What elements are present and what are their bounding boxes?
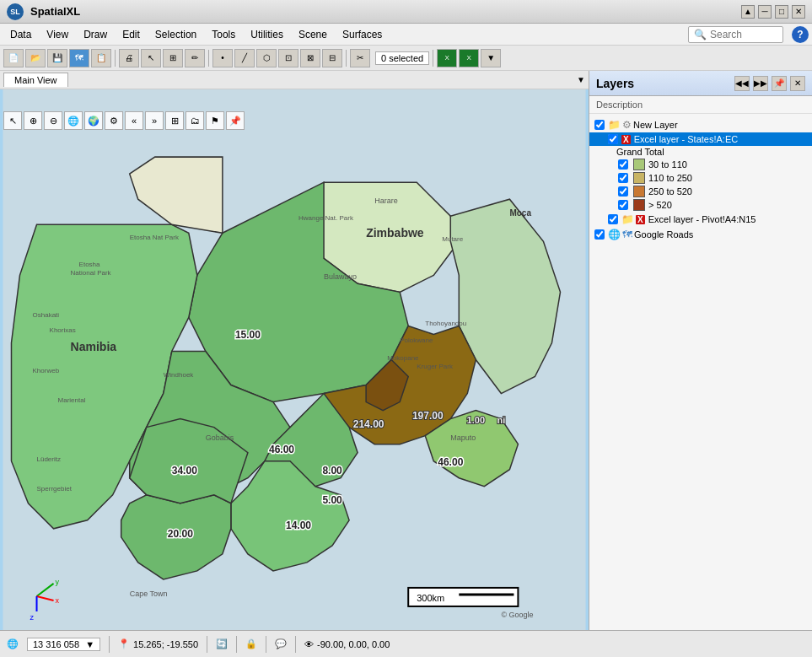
tb-sep-2 xyxy=(208,50,209,67)
xy-coords-item: 📍 15.265; -19.550 xyxy=(118,638,198,649)
tb-btn-poly[interactable]: ⬡ xyxy=(256,49,277,67)
prev-btn[interactable]: « xyxy=(125,111,143,130)
svg-text:Harare: Harare xyxy=(374,197,398,205)
selected-count-badge: 0 selected xyxy=(375,51,429,65)
pin-btn[interactable]: 📌 xyxy=(226,111,245,130)
layers-back-btn[interactable]: ◀◀ xyxy=(734,76,750,91)
tb-btn-cursor[interactable]: ↖ xyxy=(141,49,161,67)
layers-fwd-btn[interactable]: ▶▶ xyxy=(753,76,768,91)
close-btn[interactable]: ✕ xyxy=(792,5,805,19)
main-content: Main View ▼ ↖ ⊕ ⊖ 🌐 🌍 ⚙ « » ⊞ 🗂 ⚑ 📌 xyxy=(0,71,812,630)
globe-status-icon: 🌐 xyxy=(7,638,19,649)
restore-btn[interactable]: □ xyxy=(775,5,788,19)
tab-close-btn[interactable]: ▼ xyxy=(577,75,585,84)
legend-check-250-520[interactable] xyxy=(618,186,628,197)
layer-item-google-roads[interactable]: 🌐 🗺 Google Roads xyxy=(589,227,812,242)
layer-btn[interactable]: 🗂 xyxy=(186,111,204,130)
legend-item-gt-520: > 520 xyxy=(589,198,812,212)
main-view-tab[interactable]: Main View xyxy=(3,73,68,87)
legend-label-30-110: 30 to 110 xyxy=(648,159,809,170)
svg-text:Maputo: Maputo xyxy=(450,434,476,442)
legend-item-30-110: 30 to 110 xyxy=(589,158,812,171)
tb-btn-excel2[interactable]: X xyxy=(459,49,479,67)
layer-checkbox-new-layer[interactable] xyxy=(594,120,605,130)
excel-icon-states: X xyxy=(621,135,631,144)
legend-check-30-110[interactable] xyxy=(618,159,628,170)
menu-scene[interactable]: Scene xyxy=(292,27,334,42)
tb-btn-3[interactable]: 💾 xyxy=(47,49,67,67)
legend-label-gt-520: > 520 xyxy=(648,200,809,210)
svg-text:Moça: Moça xyxy=(509,208,531,218)
svg-text:15.00: 15.00 xyxy=(235,329,261,341)
tb-btn-excel1[interactable]: X xyxy=(437,49,457,67)
menu-data[interactable]: Data xyxy=(3,27,38,42)
svg-text:z: z xyxy=(30,613,35,622)
pan-btn[interactable]: 🌐 xyxy=(64,111,83,130)
layers-close-btn[interactable]: ✕ xyxy=(790,76,805,91)
coord-value-box: 13 316 058 ▼ xyxy=(27,638,100,651)
scroll-up-btn[interactable]: ▲ xyxy=(741,5,755,19)
tb-btn-zoom-rect[interactable]: ⊞ xyxy=(163,49,183,67)
svg-text:Sperrgebiet: Sperrgebiet xyxy=(37,485,73,493)
status-sep-3 xyxy=(236,636,237,653)
tb-btn-point[interactable]: • xyxy=(212,49,233,67)
tb-sep-3 xyxy=(346,50,347,67)
search-box[interactable]: 🔍 xyxy=(688,26,783,43)
layer-item-excel-states[interactable]: X Excel layer - States!A:EC xyxy=(589,132,812,146)
legend-swatch-110-250 xyxy=(633,172,645,184)
layer-item-new-layer[interactable]: 📁 ⚙ New Layer xyxy=(589,117,812,132)
tb-btn-2[interactable]: 📂 xyxy=(25,49,46,67)
menu-selection[interactable]: Selection xyxy=(148,27,203,42)
zoom-out-btn[interactable]: ⊖ xyxy=(44,111,62,130)
coord-value: 13 316 058 xyxy=(33,639,79,649)
menu-view[interactable]: View xyxy=(40,27,75,42)
tb-btn-del[interactable]: ✂ xyxy=(350,49,370,67)
svg-text:Etosha: Etosha xyxy=(79,261,100,268)
tb-btn-1[interactable]: 📄 xyxy=(3,49,24,67)
next-btn[interactable]: » xyxy=(145,111,164,130)
legend-check-gt-520[interactable] xyxy=(618,200,628,210)
tb-btn-desel[interactable]: ⊠ xyxy=(300,49,320,67)
select-tool-btn[interactable]: ↖ xyxy=(3,111,22,130)
map-view-tab: Main View ▼ xyxy=(0,71,589,89)
tb-btn-print[interactable]: 🖨 xyxy=(119,49,139,67)
menu-surfaces[interactable]: Surfaces xyxy=(336,27,389,42)
menu-utilities[interactable]: Utilities xyxy=(244,27,290,42)
layer-checkbox-excel-states[interactable] xyxy=(608,134,618,144)
coord-dropdown-btn[interactable]: ▼ xyxy=(85,639,94,649)
tb-btn-draw[interactable]: ✏ xyxy=(185,49,205,67)
layers-pin-btn[interactable]: 📌 xyxy=(772,76,787,91)
grid-btn[interactable]: ⊞ xyxy=(165,111,184,130)
search-input[interactable] xyxy=(710,29,777,40)
menu-edit[interactable]: Edit xyxy=(116,27,147,42)
tb-btn-edit2[interactable]: ⊟ xyxy=(322,49,342,67)
status-icon-4: 🔒 xyxy=(245,638,257,649)
legend-item-250-520: 250 to 520 xyxy=(589,185,812,198)
tb-btn-map[interactable]: 🗺 xyxy=(69,49,89,67)
svg-text:Kruger Park: Kruger Park xyxy=(417,363,454,370)
map-canvas[interactable]: ↖ ⊕ ⊖ 🌐 🌍 ⚙ « » ⊞ 🗂 ⚑ 📌 xyxy=(0,89,589,630)
legend-check-110-250[interactable] xyxy=(618,173,628,183)
map-panel: Main View ▼ ↖ ⊕ ⊖ 🌐 🌍 ⚙ « » ⊞ 🗂 ⚑ 📌 xyxy=(0,71,589,630)
globe-btn[interactable]: 🌍 xyxy=(84,111,103,130)
menu-draw[interactable]: Draw xyxy=(77,27,114,42)
minimize-btn[interactable]: ─ xyxy=(758,5,772,19)
svg-text:Lüderitz: Lüderitz xyxy=(37,455,61,463)
help-btn[interactable]: ? xyxy=(792,26,809,43)
menu-tools[interactable]: Tools xyxy=(205,27,242,42)
svg-text:Khorixas: Khorixas xyxy=(50,326,76,334)
zoom-in-btn[interactable]: ⊕ xyxy=(24,111,42,130)
layer-checkbox-excel-pivot[interactable] xyxy=(608,214,618,224)
tb-btn-more[interactable]: ▼ xyxy=(481,49,501,67)
layer-checkbox-google-roads[interactable] xyxy=(594,229,605,240)
status-icon-3: 🔄 xyxy=(216,638,228,649)
layer-item-excel-pivot[interactable]: 📁 X Excel layer - Pivot!A4:N15 xyxy=(589,212,812,227)
flag-btn[interactable]: ⚑ xyxy=(206,111,224,130)
window-controls: ▲ ─ □ ✕ xyxy=(741,5,805,19)
tb-btn-5[interactable]: 📋 xyxy=(91,49,111,67)
svg-text:Mariental: Mariental xyxy=(58,396,86,404)
settings-btn[interactable]: ⚙ xyxy=(105,111,123,130)
tb-btn-line[interactable]: ╱ xyxy=(234,49,255,67)
title-bar: SL SpatialXL ▲ ─ □ ✕ xyxy=(0,0,812,24)
tb-btn-select[interactable]: ⊡ xyxy=(278,49,298,67)
